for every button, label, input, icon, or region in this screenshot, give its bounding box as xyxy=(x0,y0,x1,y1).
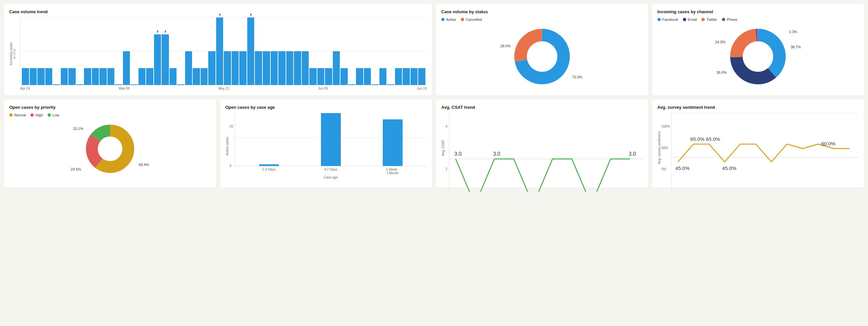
incoming-channel-title: Incoming cases by channel xyxy=(657,9,859,14)
label-active-pct: 72.0% xyxy=(572,75,582,79)
volume-bar-20 xyxy=(177,84,184,85)
volume-bar-5 xyxy=(61,68,68,85)
case-volume-status-card: Case volume by status Active Cancelled xyxy=(436,4,648,95)
donut-hole-priority xyxy=(98,137,122,161)
label-cancelled-pct: 28.0% xyxy=(500,44,511,48)
volume-bar-43 xyxy=(356,68,363,85)
volume-bar-27 xyxy=(232,51,239,85)
volume-bar-51 xyxy=(418,68,425,85)
svg-text:65.0%: 65.0% xyxy=(690,136,705,142)
label-normal-pct: 60.4% xyxy=(139,163,149,167)
volume-bar-38 xyxy=(317,68,324,85)
status-donut-container: 28.0% 72.0% xyxy=(441,24,643,90)
status-donut-wrapper: 28.0% 72.0% xyxy=(512,27,572,88)
volume-bar-7 xyxy=(76,84,84,85)
open-priority-title: Open cases by priority xyxy=(9,105,211,110)
status-legend: Active Cancelled xyxy=(441,18,643,22)
volume-bar-42 xyxy=(348,84,356,85)
volume-bar-9 xyxy=(92,68,99,85)
channel-donut-wrapper: 1.3% 38.7% 36.0% 24.0% xyxy=(728,27,788,88)
legend-dot-low xyxy=(48,113,51,117)
case-age-card: Open cases by case age Active cases 0 20 xyxy=(220,99,432,188)
channel-donut-svg xyxy=(728,27,788,86)
avg-sentiment-card: Avg. survey sentiment trend Avg. survey … xyxy=(652,99,864,188)
case-age-body: 1-3 Days 4-7 Days 1 Week - 1 Month Case … xyxy=(235,113,427,179)
volume-bar-4 xyxy=(53,84,60,85)
volume-bar-47 xyxy=(387,84,394,85)
volume-bar-13 xyxy=(123,51,130,85)
legend-dot-normal xyxy=(9,113,12,117)
y-labels-age: 0 20 xyxy=(230,125,235,168)
csat-y-labels: 2 4 xyxy=(445,125,449,171)
case-volume-trend-card: Case volume trend Incoming cases 4 2 0 3… xyxy=(4,4,432,95)
volume-bar-15 xyxy=(138,68,146,85)
sentiment-y-labels: 0% 50% 100% xyxy=(662,125,672,171)
sentiment-y-axis: Avg. survey sentiment 0% 50% 100% xyxy=(657,113,672,182)
volume-bar-12 xyxy=(115,84,122,85)
label-phone-pct: 1.3% xyxy=(789,30,797,34)
volume-bar-46 xyxy=(379,68,387,85)
y-axis-title-volume: Incoming cases xyxy=(9,42,13,65)
legend-cancelled: Cancelled xyxy=(461,18,482,22)
sentiment-chart-body: 45.0% 65.0% 65.0% 45.0% 60.0% Apr 24 May… xyxy=(671,113,859,182)
volume-bar-45 xyxy=(372,84,379,85)
legend-low: Low xyxy=(48,113,59,117)
volume-bar-40 xyxy=(333,51,340,85)
volume-bar-48 xyxy=(395,68,402,85)
volume-bar-21 xyxy=(185,51,192,85)
svg-text:45.0%: 45.0% xyxy=(675,165,689,171)
volume-bar-30 xyxy=(255,51,262,85)
volume-bar-49 xyxy=(403,68,410,85)
csat-chart-area: 3.0 1.0 3.0 1.0 3.0 xyxy=(449,113,643,192)
volume-bar-35 xyxy=(294,51,301,85)
svg-text:3.0: 3.0 xyxy=(493,151,500,157)
priority-donut-container: 15.1% 24.5% 60.4% xyxy=(9,120,211,179)
volume-bar-24 xyxy=(208,51,216,85)
legend-dot-active xyxy=(441,18,444,21)
volume-bar-36 xyxy=(302,51,309,85)
label-twitter-pct: 24.0% xyxy=(715,40,725,44)
legend-dot-cancelled xyxy=(461,18,464,21)
y-axis-labels-volume: 4 2 0 xyxy=(13,49,20,60)
legend-dot-high xyxy=(30,113,34,117)
priority-donut-svg xyxy=(84,122,136,175)
csat-chart-body: 3.0 1.0 3.0 1.0 3.0 Apr 24 May 22 Jun 19 xyxy=(449,113,643,182)
x-axis-title-age: Case age xyxy=(235,176,427,179)
dashboard: Case volume trend Incoming cases 4 2 0 3… xyxy=(4,4,864,188)
volume-bar-6 xyxy=(68,68,76,85)
case-age-grid xyxy=(235,113,427,166)
channel-donut-container: 1.3% 38.7% 36.0% 24.0% xyxy=(657,24,859,90)
volume-bar-39 xyxy=(325,68,332,85)
avg-csat-title: Avg. CSAT trend xyxy=(441,105,643,110)
volume-bar-25: 4 xyxy=(216,18,223,85)
legend-active: Active xyxy=(441,18,456,22)
volume-bar-28 xyxy=(239,51,247,85)
legend-dot-phone xyxy=(722,18,725,21)
y-axis-title-age: Active cases xyxy=(225,137,229,155)
legend-phone: Phone xyxy=(722,18,738,22)
volume-bar-11 xyxy=(107,68,115,85)
volume-bar-18: 3 xyxy=(162,34,169,85)
sentiment-chart: Avg. survey sentiment 0% 50% 100% xyxy=(657,113,859,182)
legend-dot-twitter xyxy=(702,18,705,21)
label-email-pct: 36.0% xyxy=(716,70,726,75)
label-high-pct: 24.5% xyxy=(71,167,81,171)
volume-bar-17: 3 xyxy=(154,34,161,85)
svg-text:3.0: 3.0 xyxy=(454,151,461,157)
x-axis-labels-age: 1-3 Days 4-7 Days 1 Week - 1 Month xyxy=(235,166,427,175)
volume-bar-34 xyxy=(286,51,293,85)
volume-bar-33 xyxy=(278,51,286,85)
donut-hole-channel xyxy=(743,41,773,72)
svg-text:45.0%: 45.0% xyxy=(722,165,737,171)
volume-bar-31 xyxy=(263,51,270,85)
chart-body-volume: 3344 Apr 24 May 08 May 22 Jun 05 Jun 19 xyxy=(20,18,427,90)
case-volume-trend-title: Case volume trend xyxy=(9,9,427,14)
avg-csat-card: Avg. CSAT trend Avg. CSAT 2 4 xyxy=(436,99,648,188)
volume-bar-50 xyxy=(410,68,418,85)
svg-text:3.0: 3.0 xyxy=(629,151,636,157)
x-axis-labels-volume: Apr 24 May 08 May 22 Jun 05 Jun 19 xyxy=(20,85,427,90)
volume-bar-1 xyxy=(30,68,37,85)
y-axis-title-csat: Avg. CSAT xyxy=(441,140,445,156)
incoming-channel-card: Incoming cases by channel Facebook Email… xyxy=(652,4,864,95)
legend-twitter: Twitter xyxy=(702,18,717,22)
